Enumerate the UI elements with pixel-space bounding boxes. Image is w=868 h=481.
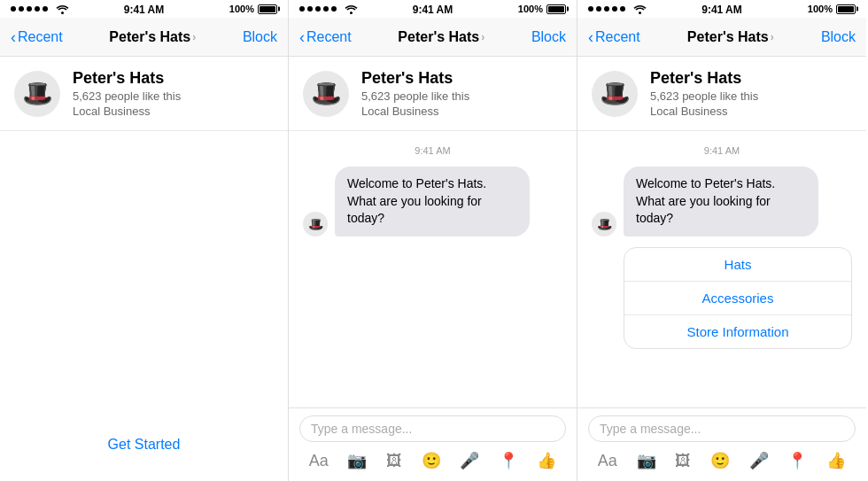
- profile-section-3: 🎩 Peter's Hats 5,623 people like this Lo…: [577, 57, 866, 131]
- profile-likes-2: 5,623 people like this: [361, 89, 469, 103]
- get-started-area: Get Started: [0, 131, 288, 481]
- signal-area-3: [588, 4, 647, 14]
- title-chevron-1: ›: [192, 31, 196, 43]
- profile-likes-3: 5,623 people like this: [650, 89, 758, 103]
- time-3: 9:41 AM: [701, 4, 742, 16]
- chat-timestamp-2: 9:41 AM: [303, 145, 562, 156]
- profile-name-1: Peter's Hats: [73, 69, 181, 88]
- nav-bar-1: ‹ Recent Peter's Hats › Block: [0, 18, 288, 57]
- image-icon-3[interactable]: 🖼: [675, 452, 691, 470]
- time-1: 9:41 AM: [124, 4, 165, 16]
- battery-percent-1: 100%: [229, 4, 254, 14]
- message-avatar-3: 🎩: [592, 212, 616, 237]
- signal-area-2: [299, 4, 358, 14]
- block-button-3[interactable]: Block: [821, 29, 856, 45]
- message-hat-icon-3: 🎩: [597, 217, 612, 231]
- chat-area-3: 9:41 AM 🎩 Welcome to Peter's Hats. What …: [577, 131, 866, 481]
- profile-info-1: Peter's Hats 5,623 people like this Loca…: [73, 69, 181, 118]
- back-label-1: Recent: [18, 29, 63, 45]
- thumbs-up-icon-3[interactable]: 👍: [826, 451, 846, 470]
- signal-dot-3: [27, 6, 32, 12]
- wifi-icon-3: [633, 4, 647, 14]
- back-chevron-2: ‹: [299, 29, 305, 45]
- svg-point-0: [61, 12, 64, 14]
- emoji-icon[interactable]: 🙂: [422, 451, 441, 470]
- wifi-icon-1: [56, 4, 69, 14]
- chat-area-2: 9:41 AM 🎩 Welcome to Peter's Hats. What …: [289, 131, 577, 481]
- font-size-icon[interactable]: Aa: [309, 452, 329, 470]
- font-size-icon-3[interactable]: Aa: [598, 452, 617, 470]
- image-icon[interactable]: 🖼: [386, 452, 402, 470]
- phone-3: 9:41 AM 100% ‹ Recent Peter's Hats › Blo…: [577, 0, 866, 481]
- status-bar-1: 9:41 AM 100%: [0, 0, 288, 18]
- quick-reply-btn-1[interactable]: Accessories: [624, 282, 851, 315]
- svg-point-1: [350, 12, 353, 14]
- mic-icon-3[interactable]: 🎤: [749, 451, 769, 470]
- thumbs-up-icon[interactable]: 👍: [537, 451, 556, 470]
- battery-area-1: 100%: [229, 4, 277, 14]
- profile-avatar-3: 🎩: [592, 71, 638, 117]
- chat-area-1: Get Started: [0, 131, 288, 481]
- emoji-icon-3[interactable]: 🙂: [710, 451, 730, 470]
- input-placeholder-2: Type a message...: [311, 422, 412, 436]
- battery-percent-2: 100%: [518, 4, 543, 14]
- get-started-button[interactable]: Get Started: [0, 426, 288, 463]
- status-bar-3: 9:41 AM 100%: [577, 0, 866, 18]
- back-label-3: Recent: [595, 29, 640, 45]
- profile-section-2: 🎩 Peter's Hats 5,623 people like this Lo…: [289, 57, 577, 131]
- profile-avatar-1: 🎩: [14, 71, 60, 117]
- quick-reply-btn-2[interactable]: Store Information: [624, 315, 851, 348]
- quick-reply-btn-0[interactable]: Hats: [624, 248, 851, 282]
- nav-title-3: Peter's Hats ›: [687, 29, 774, 45]
- input-area-2: Type a message... Aa 📷 🖼 🙂 🎤 📍 👍: [289, 407, 577, 481]
- profile-type-1: Local Business: [73, 105, 181, 118]
- back-label-2: Recent: [306, 29, 352, 45]
- message-row-2: 🎩 Welcome to Peter's Hats. What are you …: [303, 167, 562, 237]
- phone-2: 9:41 AM 100% ‹ Recent Peter's Hats › Blo…: [289, 0, 577, 481]
- back-button-1[interactable]: ‹ Recent: [11, 29, 63, 45]
- input-placeholder-3: Type a message...: [600, 422, 701, 436]
- battery-area-2: 100%: [518, 4, 566, 14]
- wifi-icon-2: [345, 4, 358, 14]
- signal-dot-2: [19, 6, 24, 12]
- profile-avatar-2: 🎩: [303, 71, 349, 117]
- profile-type-2: Local Business: [361, 105, 469, 118]
- location-icon[interactable]: 📍: [499, 451, 518, 470]
- quick-replies: HatsAccessoriesStore Information: [624, 247, 852, 349]
- message-input-3[interactable]: Type a message...: [588, 415, 856, 442]
- profile-info-2: Peter's Hats 5,623 people like this Loca…: [361, 69, 469, 118]
- nav-title-1: Peter's Hats ›: [109, 29, 196, 45]
- message-row-3: 🎩 Welcome to Peter's Hats. What are you …: [592, 167, 852, 237]
- hat-icon-2: 🎩: [311, 79, 342, 108]
- input-area-3: Type a message... Aa 📷 🖼 🙂 🎤 📍 👍: [577, 407, 866, 481]
- status-bar-2: 9:41 AM 100%: [289, 0, 577, 18]
- profile-section-1: 🎩 Peter's Hats 5,623 people like this Lo…: [0, 57, 288, 131]
- battery-icon-2: [546, 4, 566, 14]
- svg-point-2: [639, 12, 641, 14]
- battery-icon-1: [258, 4, 277, 14]
- back-button-2[interactable]: ‹ Recent: [299, 29, 352, 45]
- mic-icon[interactable]: 🎤: [460, 451, 479, 470]
- profile-likes-1: 5,623 people like this: [73, 89, 181, 103]
- profile-type-3: Local Business: [650, 105, 758, 118]
- signal-dot-4: [35, 6, 40, 12]
- battery-percent-3: 100%: [808, 4, 833, 14]
- hat-icon-1: 🎩: [22, 79, 53, 108]
- profile-name-2: Peter's Hats: [361, 69, 469, 88]
- message-avatar-2: 🎩: [303, 212, 328, 237]
- profile-name-3: Peter's Hats: [650, 69, 758, 88]
- battery-area-3: 100%: [808, 4, 856, 14]
- back-button-3[interactable]: ‹ Recent: [588, 29, 640, 45]
- message-bubble-2: Welcome to Peter's Hats. What are you lo…: [335, 167, 530, 237]
- block-button-1[interactable]: Block: [243, 29, 277, 45]
- message-bubble-3: Welcome to Peter's Hats. What are you lo…: [624, 167, 818, 237]
- message-input-2[interactable]: Type a message...: [299, 415, 566, 442]
- time-2: 9:41 AM: [413, 4, 453, 16]
- camera-icon[interactable]: 📷: [347, 451, 367, 470]
- camera-icon-3[interactable]: 📷: [637, 451, 656, 470]
- message-hat-icon-2: 🎩: [308, 217, 323, 231]
- location-icon-3[interactable]: 📍: [787, 451, 807, 470]
- nav-title-2: Peter's Hats ›: [398, 29, 484, 45]
- nav-bar-3: ‹ Recent Peter's Hats › Block: [577, 18, 866, 57]
- block-button-2[interactable]: Block: [531, 29, 566, 45]
